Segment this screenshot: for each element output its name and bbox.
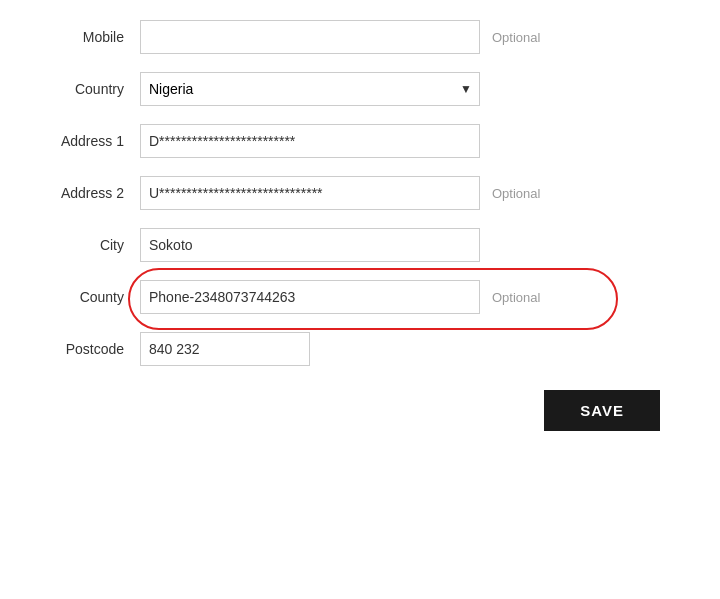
postcode-label: Postcode xyxy=(40,341,140,357)
address2-label: Address 2 xyxy=(40,185,140,201)
city-label: City xyxy=(40,237,140,253)
postcode-input[interactable] xyxy=(140,332,310,366)
country-select[interactable]: Nigeria United States United Kingdom Gha… xyxy=(140,72,480,106)
city-row: City xyxy=(40,228,680,262)
address1-row: Address 1 xyxy=(40,124,680,158)
county-row: County Optional xyxy=(40,280,680,314)
country-row: Country Nigeria United States United Kin… xyxy=(40,72,680,106)
address2-optional: Optional xyxy=(492,186,540,201)
country-select-wrapper: Nigeria United States United Kingdom Gha… xyxy=(140,72,480,106)
county-label: County xyxy=(40,289,140,305)
mobile-input[interactable] xyxy=(140,20,480,54)
save-row: SAVE xyxy=(40,390,680,431)
county-input[interactable] xyxy=(140,280,480,314)
postcode-row: Postcode xyxy=(40,332,680,366)
address1-label: Address 1 xyxy=(40,133,140,149)
address2-row: Address 2 Optional xyxy=(40,176,680,210)
address2-input[interactable] xyxy=(140,176,480,210)
city-input[interactable] xyxy=(140,228,480,262)
mobile-row: Mobile Optional xyxy=(40,20,680,54)
mobile-label: Mobile xyxy=(40,29,140,45)
save-button[interactable]: SAVE xyxy=(544,390,660,431)
county-optional: Optional xyxy=(492,290,540,305)
country-label: Country xyxy=(40,81,140,97)
address1-input[interactable] xyxy=(140,124,480,158)
mobile-optional: Optional xyxy=(492,30,540,45)
